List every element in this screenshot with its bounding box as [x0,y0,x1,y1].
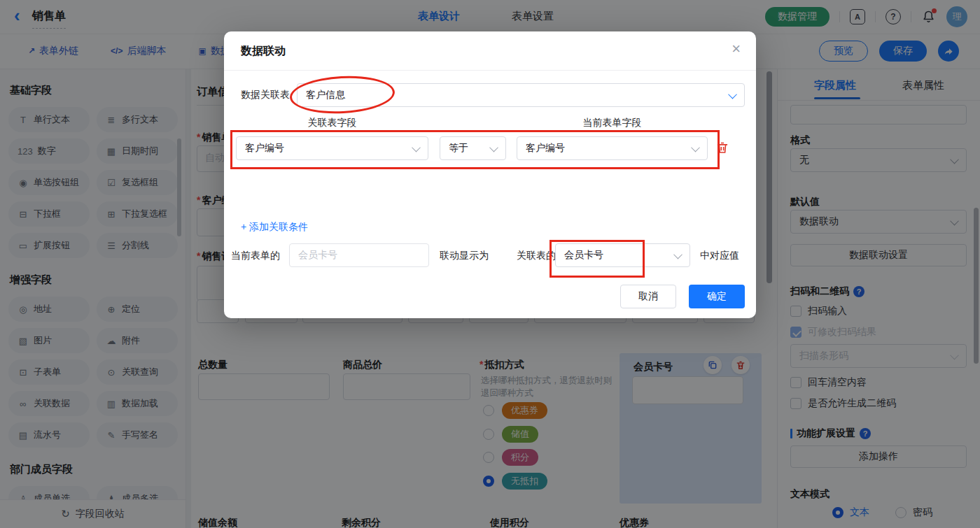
column-header-right: 当前表单字段 [517,117,708,129]
chevron-down-icon [673,250,682,259]
relation-field-select[interactable]: 客户编号 [236,136,428,160]
relation-of-label: 关联表的 [517,250,556,262]
column-header-left: 关联表字段 [236,117,428,129]
plus-icon: + [241,221,246,232]
trash-icon [715,141,729,155]
chevron-down-icon [412,143,421,152]
current-form-label: 当前表单的 [231,250,280,262]
modal-title: 数据联动 [241,44,286,59]
display-field-input[interactable]: 会员卡号 [289,243,429,267]
chevron-down-icon [728,90,737,99]
add-condition-label: 添加关联条件 [249,221,308,232]
confirm-button[interactable]: 确定 [689,285,745,308]
linkage-target-select[interactable]: 会员卡号 [555,243,690,267]
chevron-down-icon [691,143,700,152]
relation-table-value: 客户信息 [306,89,345,101]
chevron-down-icon [489,143,498,152]
input-placeholder: 会员卡号 [298,249,337,262]
current-form-field-select[interactable]: 客户编号 [517,136,708,160]
delete-condition-button[interactable] [715,141,729,155]
app-root: ‹ 销售单 表单设计 表单设置 数据管理 A ? 理 ↗ 表单外链 [0,0,980,528]
linkage-target-value: 会员卡号 [564,249,603,262]
linkage-display-label: 联动显示为 [440,250,489,262]
data-linkage-modal: 数据联动 × 数据关联表 客户信息 关联表字段 当前表单字段 客户编号 等于 客… [224,31,756,318]
relation-table-label: 数据关联表 [241,89,290,101]
cancel-button[interactable]: 取消 [620,285,676,308]
corresponding-value-label: 中对应值 [700,250,739,262]
add-condition-link[interactable]: + 添加关联条件 [241,221,308,234]
relation-field-value: 客户编号 [245,142,284,155]
relation-table-select[interactable]: 客户信息 [297,83,745,107]
operator-select[interactable]: 等于 [440,136,506,160]
close-icon[interactable]: × [732,41,741,57]
divider [224,70,756,71]
current-form-field-value: 客户编号 [526,142,565,155]
operator-value: 等于 [449,142,468,155]
